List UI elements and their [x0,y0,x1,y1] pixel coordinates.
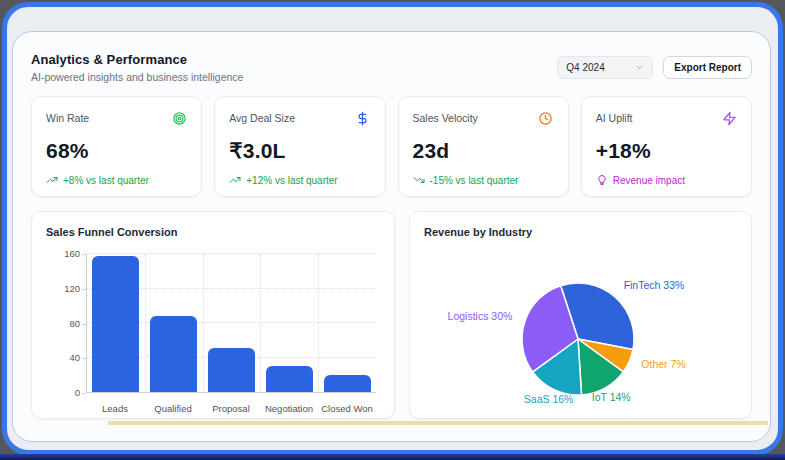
revenue-pie-card: Revenue by Industry FinTech 33%Other 7%I… [409,211,752,419]
kpi-trend-text: Revenue impact [613,175,685,186]
x-axis-tick-label: Qualified [144,403,202,414]
x-axis-labels: LeadsQualifiedProposalNegotiationClosed … [86,403,376,414]
kpi-value: 68% [46,139,187,163]
page-subtitle: AI-powered insights and business intelli… [31,71,243,83]
pie-label-fintech: FinTech 33% [624,279,685,291]
bar-slot [87,256,145,392]
trending-down-icon [413,174,425,186]
funnel-chart-title: Sales Funnel Conversion [46,226,380,238]
kpi-label: Sales Velocity [413,112,478,124]
charts-row: Sales Funnel Conversion 04080120160Leads… [31,211,752,419]
y-axis-tick-label: 120 [46,283,80,294]
kpi-value: 23d [413,139,554,163]
bar-slot [318,375,376,392]
clock-icon [538,110,554,126]
funnel-bar-closed-won[interactable] [324,375,371,392]
bar-slot [260,366,318,392]
kpi-label: Avg Deal Size [229,112,295,124]
header-text: Analytics & Performance AI-powered insig… [31,52,243,83]
pie-label-iot: IoT 14% [592,391,631,403]
chevron-down-icon [635,63,644,72]
y-axis-tick [82,324,86,325]
kpi-value: +18% [596,139,737,163]
kpi-trend-text: -15% vs last quarter [430,175,519,186]
dollar-icon [355,110,371,126]
kpi-row: Win Rate 68% +8% vs last quarter Avg Dea… [31,96,752,197]
pie-chart: FinTech 33%Other 7%IoT 14%SaaS 16%Logist… [410,212,751,418]
dashboard-panel: Analytics & Performance AI-powered insig… [12,31,771,442]
pie-label-saas: SaaS 16% [524,393,574,405]
y-axis-tick-label: 0 [46,387,80,398]
funnel-plot-area [86,254,376,393]
target-icon [171,110,187,126]
funnel-bar-qualified[interactable] [150,316,197,392]
highlight-artifact [108,421,768,425]
gridline [87,253,376,254]
y-axis-tick [82,289,86,290]
funnel-bar-negotiation[interactable] [266,366,313,392]
kpi-trend-text: +12% vs last quarter [246,175,337,186]
header-controls: Q4 2024 Export Report [557,56,752,79]
kpi-label: AI Uplift [596,112,633,124]
y-axis-tick [82,358,86,359]
quarter-select-value: Q4 2024 [566,62,604,73]
y-axis-tick [82,393,86,394]
bar-slot [203,348,261,392]
kpi-card-win-rate: Win Rate 68% +8% vs last quarter [31,96,202,197]
export-report-button[interactable]: Export Report [663,56,752,79]
page-title: Analytics & Performance [31,52,243,67]
panel-header: Analytics & Performance AI-powered insig… [13,32,770,83]
kpi-value: ₹3.0L [229,139,370,163]
pie-label-logistics: Logistics 30% [448,310,513,322]
kpi-card-avg-deal-size: Avg Deal Size ₹3.0L +12% vs last quarter [214,96,385,197]
kpi-trend: +8% vs last quarter [46,174,187,186]
zap-icon [721,110,737,126]
x-axis-tick-label: Proposal [202,403,260,414]
trending-up-icon [46,174,58,186]
kpi-trend: -15% vs last quarter [413,174,554,186]
kpi-card-sales-velocity: Sales Velocity 23d -15% vs last quarter [398,96,569,197]
gridline [318,254,319,392]
trending-up-icon [229,174,241,186]
window-bottom-shadow [0,454,785,460]
y-axis-tick-label: 80 [46,318,80,329]
x-axis-tick-label: Negotiation [260,403,318,414]
x-axis-tick-label: Leads [86,403,144,414]
bar-slot [145,316,203,392]
lightbulb-icon [596,174,608,186]
y-axis-tick-label: 160 [46,248,80,259]
funnel-chart: 04080120160LeadsQualifiedProposalNegotia… [46,242,380,420]
kpi-trend-text: +8% vs last quarter [63,175,149,186]
pie-label-other: Other 7% [641,358,685,370]
y-axis-tick [82,254,86,255]
app-window: Analytics & Performance AI-powered insig… [2,2,783,455]
kpi-trend: Revenue impact [596,174,737,186]
kpi-label: Win Rate [46,112,89,124]
kpi-card-ai-uplift: AI Uplift +18% Revenue impact [581,96,752,197]
funnel-bar-proposal[interactable] [208,348,255,392]
funnel-bar-leads[interactable] [92,256,139,392]
y-axis-tick-label: 40 [46,352,80,363]
sales-funnel-card: Sales Funnel Conversion 04080120160Leads… [31,211,395,419]
kpi-trend: +12% vs last quarter [229,174,370,186]
x-axis-tick-label: Closed Won [318,403,376,414]
quarter-select[interactable]: Q4 2024 [557,56,653,79]
